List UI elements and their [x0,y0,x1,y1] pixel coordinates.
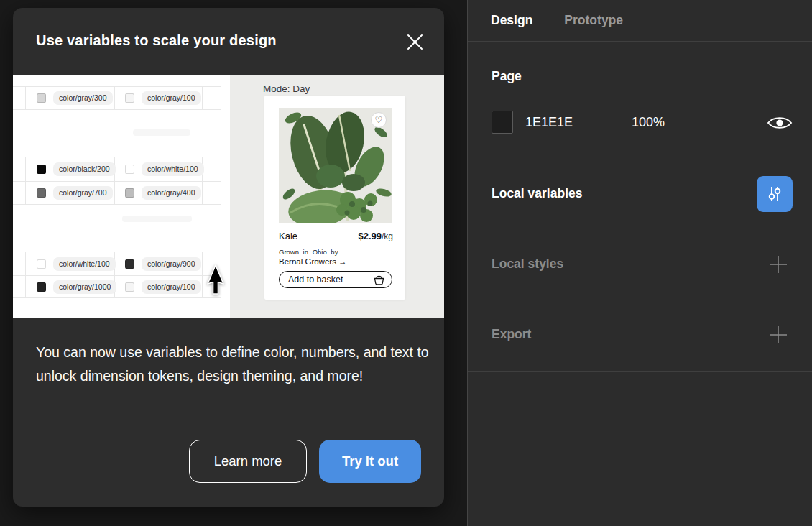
color-swatch [125,259,134,269]
variable-chip: color/gray/100 [115,87,203,109]
add-style-plus-icon[interactable] [767,254,789,275]
variable-pill-label: color/black/200 [53,162,116,176]
page-color-hex-field[interactable]: 1E1E1E [525,115,573,130]
grid-cell [13,252,26,275]
kale-photo-image: ♡ [279,108,392,223]
mode-preview-image: Mode: Day [230,75,444,318]
color-swatch [125,188,134,198]
add-to-basket-button: Add to basket [279,271,392,288]
divider [468,229,812,229]
variable-pill-label: color/gray/100 [142,91,201,105]
variable-pill-label: color/gray/400 [142,186,201,200]
product-grower-link: Bernal Growers → [279,257,347,266]
variable-row: color/black/200 color/white/100 [13,157,221,182]
modal-title: Use variables to scale your design [36,32,277,49]
learn-more-button[interactable]: Learn more [189,440,307,483]
properties-panel: Design Prototype Page 1E1E1E 100% Local … [467,0,812,526]
variable-pill-label: color/gray/1000 [53,280,116,294]
try-it-out-button[interactable]: Try it out [319,440,421,483]
grid-cell [203,276,221,297]
divider [468,160,812,160]
variable-chip: color/white/100 [115,157,203,181]
grid-cell [203,182,221,204]
grid-cell [203,157,221,181]
variables-illustration: color/gray/300 color/gray/100 color/blac… [13,75,444,318]
page-section-heading: Page [492,69,522,84]
variable-pill-label: color/gray/700 [53,186,113,200]
product-price-row: Kale $2.99/kg [279,231,393,241]
local-variables-heading: Local variables [492,186,582,201]
variable-chip: color/gray/700 [26,182,115,204]
color-swatch [37,165,46,174]
product-origin: Grown in Ohio by [279,248,338,256]
variable-pill-label: color/gray/100 [142,280,201,294]
product-name: Kale [279,231,297,241]
color-swatch [37,188,46,198]
divider [468,297,812,297]
page-color-swatch[interactable] [492,111,513,134]
variable-chip: color/gray/100 [115,276,203,297]
export-heading: Export [492,327,531,342]
variable-pill-label: color/gray/300 [53,91,113,105]
grid-cell [13,87,26,109]
variable-chip: color/gray/400 [115,182,203,204]
variable-chip: color/white/100 [26,252,115,275]
color-swatch [37,259,46,269]
figma-canvas: Use variables to scale your design color… [0,0,812,526]
grid-cell [13,182,26,204]
placeholder-bar [122,216,192,222]
placeholder-bar [133,129,190,136]
product-card: ♡ Kale $2.99/kg Grown in Ohio by Bernal … [264,96,405,300]
tab-design[interactable]: Design [491,13,532,28]
mode-label: Mode: Day [263,83,310,94]
grid-cell [203,87,221,109]
favorite-heart-icon: ♡ [371,112,387,128]
variable-chip: color/black/200 [26,157,115,181]
add-export-plus-icon[interactable] [767,324,789,346]
tab-prototype[interactable]: Prototype [564,13,623,28]
variable-row: color/gray/1000 color/gray/100 [13,276,221,298]
color-swatch [125,165,134,174]
color-swatch [37,282,46,292]
variable-row: color/gray/700 color/gray/400 [13,182,221,205]
variable-row: color/gray/300 color/gray/100 [13,86,221,110]
variable-chip: color/gray/1000 [26,276,115,297]
grid-cell [13,276,26,297]
variables-table-image: color/gray/300 color/gray/100 color/blac… [13,75,230,318]
divider [468,371,812,372]
divider [468,41,812,42]
color-swatch [37,93,46,103]
eye-icon[interactable] [766,114,793,132]
panel-tabs: Design Prototype [491,0,623,41]
arrow-right-icon: → [338,257,347,266]
basket-icon [373,274,385,285]
modal-body-text: You can now use variables to define colo… [36,341,433,387]
variable-chip: color/gray/900 [115,252,203,275]
variable-pill-label: color/gray/900 [142,257,201,271]
variable-chip: color/gray/300 [26,87,115,109]
open-variables-button[interactable] [757,176,793,212]
color-swatch [125,282,134,292]
variables-modal: Use variables to scale your design color… [13,8,444,507]
variable-pill-label: color/white/100 [142,162,204,176]
product-price: $2.99/kg [358,231,393,241]
variable-pill-label: color/white/100 [53,257,116,271]
local-styles-heading: Local styles [492,257,563,272]
grid-cell [13,157,26,181]
color-swatch [125,93,134,103]
grid-cell [203,252,221,275]
close-icon[interactable] [404,31,425,52]
sliders-icon [765,185,784,203]
variable-row: color/white/100 color/gray/900 [13,252,221,276]
page-opacity-field[interactable]: 100% [632,115,665,130]
